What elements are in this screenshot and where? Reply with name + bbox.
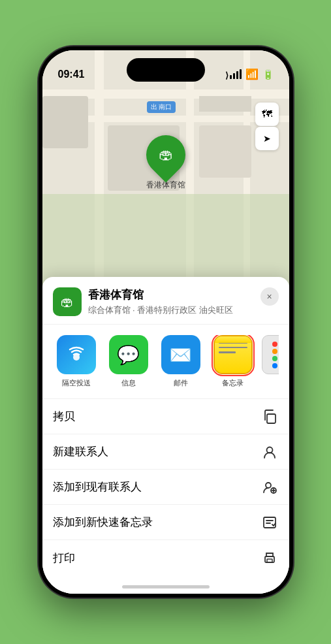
close-icon: × [266,291,272,302]
action-add-existing-contact[interactable]: 添加到现有联系人 [42,470,289,505]
action-add-existing-contact-label: 添加到现有联系人 [53,479,260,494]
map-road-h3 [199,96,251,112]
svg-point-3 [266,483,271,488]
share-app-notes[interactable]: 备忘录 [210,335,257,388]
map-block-3 [42,96,88,148]
location-arrow-icon: ➤ [263,133,271,144]
action-new-contact[interactable]: 新建联系人 [42,434,289,470]
svg-rect-1 [267,414,276,423]
mail-label: 邮件 [174,378,188,388]
action-add-quick-note-label: 添加到新快速备忘录 [53,515,260,530]
venue-icon: 🏟 [53,287,82,316]
map-marker: 🏟 香港体育馆 [146,135,185,191]
notes-label: 备忘录 [222,378,244,388]
action-copy-label: 拷贝 [53,409,260,424]
action-print[interactable]: 打印 [42,540,289,575]
home-indicator [122,585,210,588]
mail-icon: ✉️ [161,335,200,374]
more-icon [262,335,279,374]
map-label: 出 南口 [147,101,176,113]
map-type-icon: 🗺 [262,108,272,120]
bottom-sheet: 🏟 香港体育馆 综合体育馆 · 香港特别行政区 油尖旺区 × [42,277,289,594]
marker-emoji: 🏟 [159,146,173,163]
action-add-quick-note[interactable]: 添加到新快速备忘录 [42,505,289,540]
action-new-contact-label: 新建联系人 [53,444,260,459]
location-button[interactable]: ➤ [255,127,279,150]
phone-frame: 09:41 ⟩ 📶 🔋 [39,46,293,598]
copy-icon [260,408,279,426]
share-app-mail[interactable]: ✉️ 邮件 [157,335,204,388]
home-indicator-area [42,575,289,594]
status-icons: 📶 🔋 [230,68,274,80]
venue-info: 香港体育馆 综合体育馆 · 香港特别行政区 油尖旺区 [88,287,255,316]
map-block-2 [199,125,251,178]
venue-subtitle: 综合体育馆 · 香港特别行政区 油尖旺区 [88,304,255,316]
share-app-messages[interactable]: 💬 信息 [105,335,152,388]
notes-icon [213,335,253,374]
action-print-label: 打印 [53,551,260,566]
add-quick-note-icon [260,513,279,532]
location-icon: ⟩ [225,71,229,80]
venue-name: 香港体育馆 [88,287,255,302]
wifi-icon: 📶 [245,68,259,80]
close-button[interactable]: × [260,287,279,306]
map-label-prefix: 出 [151,103,159,110]
share-row: 隔空投送 💬 信息 ✉️ 邮件 [42,325,289,399]
share-apps-container: 隔空投送 💬 信息 ✉️ 邮件 [53,335,279,388]
new-contact-icon [260,443,279,461]
svg-rect-7 [267,559,272,562]
airdrop-label: 隔空投送 [62,378,91,388]
share-app-airdrop[interactable]: 隔空投送 [53,335,100,388]
marker-bubble: 🏟 [138,127,193,183]
dynamic-island [127,58,205,82]
messages-icon: 💬 [109,335,148,374]
action-list: 拷贝 新建联系人 [42,399,289,575]
signal-bars-icon [230,69,242,79]
phone-screen: 09:41 ⟩ 📶 🔋 [42,50,289,594]
venue-header: 🏟 香港体育馆 综合体育馆 · 香港特别行政区 油尖旺区 × [42,277,289,325]
share-app-more[interactable] [262,335,279,388]
venue-emoji: 🏟 [61,295,74,310]
action-copy[interactable]: 拷贝 [42,399,289,434]
map-controls: 🗺 ➤ [255,103,279,150]
print-icon [260,549,279,567]
messages-label: 信息 [121,378,136,388]
map-type-button[interactable]: 🗺 [255,103,279,126]
airdrop-icon [57,335,96,374]
add-existing-contact-icon [260,478,279,496]
battery-icon: 🔋 [262,69,274,80]
